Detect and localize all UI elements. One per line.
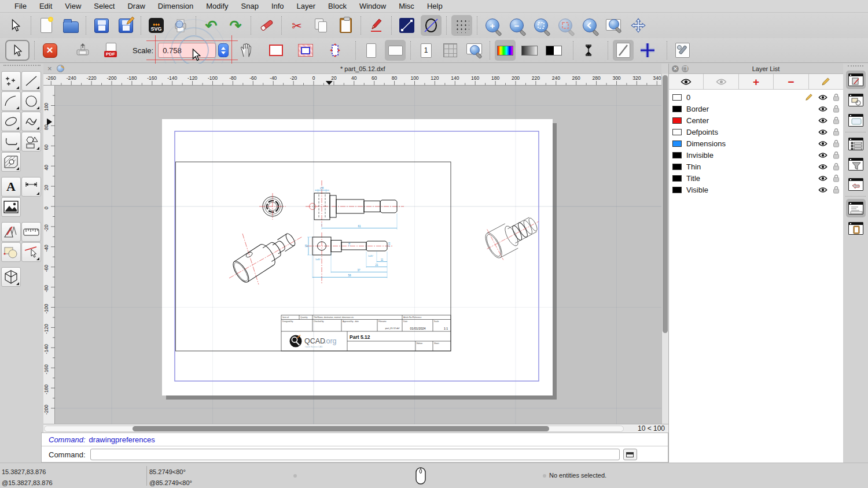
dimension-tools-button[interactable] bbox=[21, 177, 41, 197]
zoom-to-page-button[interactable] bbox=[464, 40, 485, 61]
dock-drag-handle[interactable] bbox=[848, 65, 863, 69]
layer-row-visible[interactable]: Visible bbox=[669, 184, 843, 195]
layer-color-swatch[interactable] bbox=[672, 129, 682, 135]
point-tools-button[interactable] bbox=[1, 71, 21, 91]
open-file-button[interactable] bbox=[60, 15, 81, 36]
add-layer-button[interactable]: + bbox=[739, 74, 774, 89]
lock-icon[interactable] bbox=[833, 162, 840, 171]
vertical-scrollbar-thumb[interactable] bbox=[663, 75, 668, 333]
block-list-toggle[interactable] bbox=[846, 91, 866, 109]
layer-color-swatch[interactable] bbox=[672, 117, 682, 124]
copy-button[interactable] bbox=[311, 15, 332, 36]
zoom-selection-button[interactable] bbox=[555, 15, 576, 36]
scale-stepper[interactable] bbox=[218, 43, 229, 57]
cut-button[interactable]: ✂ bbox=[286, 15, 307, 36]
show-margins-button[interactable] bbox=[295, 40, 316, 61]
lock-icon[interactable] bbox=[833, 105, 840, 113]
view-list-toggle[interactable] bbox=[846, 111, 866, 130]
drawing-sheet-button[interactable] bbox=[613, 40, 634, 61]
command-input[interactable] bbox=[90, 449, 620, 460]
remove-layer-button[interactable]: − bbox=[774, 74, 808, 89]
new-file-button[interactable] bbox=[36, 15, 57, 36]
layer-list-toggle[interactable] bbox=[846, 71, 866, 89]
layer-color-swatch[interactable] bbox=[672, 141, 682, 147]
lock-icon[interactable] bbox=[833, 128, 840, 136]
menu-help[interactable]: Help bbox=[421, 2, 449, 10]
menu-info[interactable]: Info bbox=[265, 2, 290, 10]
paste-button[interactable] bbox=[335, 15, 356, 36]
show-paper-borders-button[interactable] bbox=[266, 40, 286, 61]
lock-icon[interactable] bbox=[833, 174, 840, 182]
pdf-export-button[interactable]: PDF bbox=[101, 40, 122, 61]
layer-row-defpoints[interactable]: Defpoints bbox=[669, 126, 843, 138]
layer-row-0[interactable]: 0 bbox=[669, 91, 843, 103]
vertical-scrollbar[interactable] bbox=[661, 74, 668, 424]
eye-icon[interactable] bbox=[818, 129, 827, 135]
drawing-area[interactable]: ∅8 61 bbox=[55, 86, 661, 424]
undo-button[interactable]: ↶ bbox=[201, 15, 222, 36]
horizontal-scrollbar-thumb[interactable] bbox=[133, 426, 549, 431]
measure-tools-button[interactable] bbox=[21, 222, 41, 242]
layer-color-swatch[interactable] bbox=[672, 106, 682, 112]
command-options-button[interactable] bbox=[623, 449, 637, 460]
image-tool-button[interactable] bbox=[1, 197, 21, 217]
line-tool-button[interactable] bbox=[396, 15, 417, 36]
menu-window[interactable]: Window bbox=[353, 2, 392, 10]
property-editor-toggle[interactable] bbox=[846, 135, 866, 153]
menu-dimension[interactable]: Dimension bbox=[152, 2, 200, 10]
tab-close-button[interactable]: × bbox=[47, 64, 52, 73]
zoom-page-button[interactable] bbox=[604, 15, 624, 36]
landscape-button[interactable] bbox=[385, 40, 406, 61]
eye-icon[interactable] bbox=[818, 175, 827, 182]
scale-input[interactable]: 0.758 bbox=[158, 43, 216, 58]
menu-misc[interactable]: Misc bbox=[392, 2, 421, 10]
zoom-auto-button[interactable] bbox=[531, 15, 551, 36]
layer-row-thin[interactable]: Thin bbox=[669, 161, 843, 172]
modify-tools-button[interactable] bbox=[1, 222, 21, 242]
lock-icon[interactable] bbox=[833, 139, 840, 147]
full-color-button[interactable] bbox=[495, 40, 516, 61]
show-all-layers-button[interactable] bbox=[669, 74, 704, 89]
selection-tools-button[interactable] bbox=[1, 242, 21, 262]
shape-tools-button[interactable] bbox=[21, 132, 41, 151]
menu-select[interactable]: Select bbox=[87, 2, 121, 10]
delete-button[interactable] bbox=[256, 15, 277, 36]
ellipse-tool-button[interactable] bbox=[421, 15, 442, 36]
layer-color-swatch[interactable] bbox=[672, 164, 682, 170]
menu-edit[interactable]: Edit bbox=[33, 2, 58, 10]
redo-button[interactable]: ↷ bbox=[225, 15, 246, 36]
command-line-toggle[interactable] bbox=[846, 199, 866, 217]
grayscale-button[interactable] bbox=[519, 40, 540, 61]
panel-undock-button[interactable]: ❐ bbox=[682, 65, 689, 72]
arc-tools-button[interactable] bbox=[1, 91, 21, 111]
zoom-previous-button[interactable] bbox=[579, 15, 600, 36]
edit-layer-button[interactable] bbox=[809, 74, 843, 89]
save-button[interactable] bbox=[91, 15, 112, 36]
lock-icon[interactable] bbox=[833, 151, 840, 159]
text-tools-button[interactable]: A bbox=[1, 177, 21, 197]
layer-color-swatch[interactable] bbox=[672, 175, 682, 182]
clipboard-panel-toggle[interactable] bbox=[846, 219, 866, 238]
zoom-in-button[interactable]: + bbox=[482, 15, 503, 36]
library-browser-toggle[interactable] bbox=[846, 175, 866, 194]
menu-file[interactable]: File bbox=[8, 2, 33, 10]
spline-tools-button[interactable] bbox=[21, 112, 41, 131]
solid-tools-button[interactable] bbox=[1, 267, 21, 287]
panel-close-button[interactable]: ✕ bbox=[672, 65, 679, 72]
circle-tools-button[interactable] bbox=[21, 91, 41, 111]
portrait-button[interactable] bbox=[361, 40, 381, 61]
selection-filter-toggle[interactable] bbox=[846, 155, 866, 173]
layer-row-title[interactable]: Title bbox=[669, 172, 843, 184]
eye-icon[interactable] bbox=[818, 94, 827, 101]
preferences-button[interactable] bbox=[672, 40, 693, 61]
lock-icon[interactable] bbox=[833, 186, 840, 194]
pan-hand-button[interactable] bbox=[236, 40, 257, 61]
menu-draw[interactable]: Draw bbox=[121, 2, 151, 10]
print-preview-button[interactable] bbox=[170, 15, 191, 36]
menu-snap[interactable]: Snap bbox=[235, 2, 265, 10]
hatch-tools-button[interactable] bbox=[1, 152, 21, 172]
ellipse-tools-button[interactable] bbox=[1, 112, 21, 131]
grid-toggle-button[interactable] bbox=[451, 15, 472, 36]
draw-pencil-button[interactable] bbox=[366, 15, 387, 36]
polyline-tools-button[interactable] bbox=[1, 132, 21, 151]
